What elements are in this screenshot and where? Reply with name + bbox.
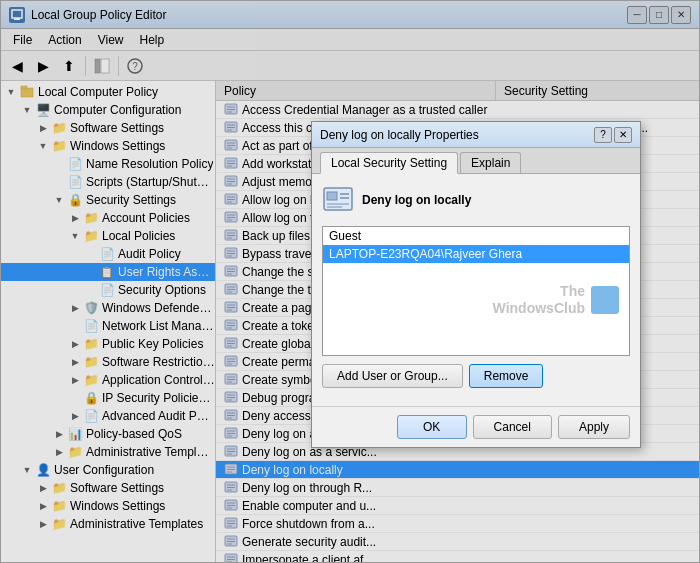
dialog-header: Deny log on locally	[322, 184, 630, 216]
tab-explain[interactable]: Explain	[460, 152, 521, 173]
watermark-logo	[591, 286, 619, 314]
dialog-footer: OK Cancel Apply	[312, 406, 640, 447]
dialog-tabs: Local Security Setting Explain	[312, 148, 640, 174]
cancel-button[interactable]: Cancel	[473, 415, 552, 439]
main-window: Local Group Policy Editor ─ □ ✕ File Act…	[0, 0, 700, 563]
dialog-title: Deny log on locally Properties	[320, 128, 594, 142]
dialog-list-item-user[interactable]: LAPTOP-E23RQA04\Rajveer Ghera	[323, 245, 629, 263]
dialog-policy-title: Deny log on locally	[362, 193, 471, 207]
dialog-content: Deny log on locally Guest LAPTOP-E23RQA0…	[312, 174, 640, 406]
svg-rect-125	[327, 192, 337, 200]
dialog-help-button[interactable]: ?	[594, 127, 612, 143]
dialog-action-row: Add User or Group... Remove	[322, 364, 630, 388]
dialog-title-bar: Deny log on locally Properties ? ✕	[312, 122, 640, 148]
dialog-overlay: Deny log on locally Properties ? ✕ Local…	[1, 1, 699, 562]
dialog-policy-icon	[322, 184, 354, 216]
dialog-title-buttons: ? ✕	[594, 127, 632, 143]
ok-button[interactable]: OK	[397, 415, 467, 439]
dialog-close-button[interactable]: ✕	[614, 127, 632, 143]
remove-button[interactable]: Remove	[469, 364, 544, 388]
dialog-list-item-guest[interactable]: Guest	[323, 227, 629, 245]
apply-button[interactable]: Apply	[558, 415, 630, 439]
watermark-text: The WindowsClub	[493, 283, 585, 317]
add-user-button[interactable]: Add User or Group...	[322, 364, 463, 388]
properties-dialog: Deny log on locally Properties ? ✕ Local…	[311, 121, 641, 448]
tab-local-security[interactable]: Local Security Setting	[320, 152, 458, 174]
dialog-listbox[interactable]: Guest LAPTOP-E23RQA04\Rajveer Ghera The …	[322, 226, 630, 356]
